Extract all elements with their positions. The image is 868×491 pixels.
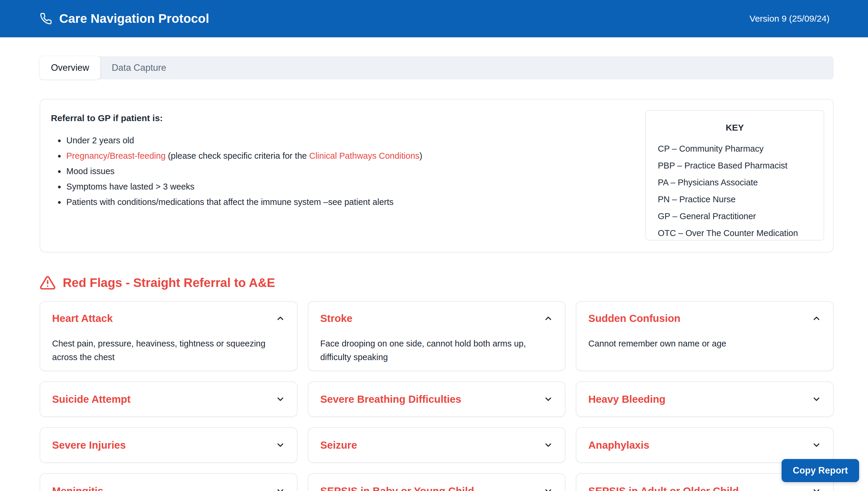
app-header: Care Navigation Protocol Version 9 (25/0…: [0, 0, 868, 37]
key-item: PA – Physicians Associate: [658, 174, 812, 191]
redflag-card-heavy-bleeding[interactable]: Heavy Bleeding: [576, 381, 834, 417]
version-label: Version 9 (25/09/24): [750, 13, 830, 24]
chevron-down-icon[interactable]: [276, 440, 285, 450]
bullet-text: (please check specific criteria for the: [166, 151, 309, 161]
referral-card: Referral to GP if patient is: Under 2 ye…: [40, 99, 834, 252]
red-flag-cards-grid: Heart Attack Chest pain, pressure, heavi…: [40, 301, 834, 491]
card-title: Heavy Bleeding: [588, 393, 665, 405]
phone-icon: [40, 12, 52, 25]
key-item: PBP – Practice Based Pharmacist: [658, 157, 812, 174]
chevron-up-icon[interactable]: [276, 314, 285, 323]
card-body: Cannot remember own name or age: [588, 337, 821, 350]
redflag-card-seizure[interactable]: Seizure: [308, 427, 566, 463]
redflag-card-sudden-confusion: Sudden Confusion Cannot remember own nam…: [576, 301, 834, 371]
card-title: Meningitis: [52, 485, 103, 491]
bullet-text: ): [419, 151, 422, 161]
red-flags-heading-text: Red Flags - Straight Referral to A&E: [63, 276, 275, 290]
bullet-text: Patients with conditions/medications tha…: [66, 197, 393, 207]
chevron-down-icon[interactable]: [812, 486, 821, 491]
warning-triangle-icon: [40, 275, 56, 291]
chevron-up-icon[interactable]: [812, 314, 821, 323]
tab-data-capture[interactable]: Data Capture: [100, 56, 177, 79]
bullet-text: Mood issues: [66, 167, 115, 176]
card-body: Chest pain, pressure, heaviness, tightne…: [52, 337, 285, 364]
tab-overview[interactable]: Overview: [40, 56, 100, 79]
card-title: Heart Attack: [52, 312, 113, 324]
chevron-down-icon[interactable]: [543, 486, 553, 491]
chevron-down-icon[interactable]: [812, 440, 821, 450]
chevron-down-icon[interactable]: [276, 395, 285, 404]
key-box: KEY CP – Community Pharmacy PBP – Practi…: [646, 110, 824, 240]
chevron-down-icon[interactable]: [812, 395, 821, 404]
card-toggle[interactable]: Heart Attack: [52, 312, 285, 324]
key-title: KEY: [658, 123, 812, 133]
card-body: Face drooping on one side, cannot hold b…: [320, 337, 553, 364]
redflag-card-stroke: Stroke Face drooping on one side, cannot…: [308, 301, 566, 371]
chevron-down-icon[interactable]: [543, 440, 553, 450]
bullet-text: Under 2 years old: [66, 136, 134, 145]
card-title: SEPSIS in Adult or Older Child: [588, 485, 739, 491]
card-title: SEPSIS in Baby or Young Child: [320, 485, 474, 491]
tab-bar: Overview Data Capture: [40, 56, 834, 79]
key-item: GP – General Practitioner: [658, 208, 812, 225]
chevron-down-icon[interactable]: [543, 395, 553, 404]
redflag-card-severe-breathing-difficulties[interactable]: Severe Breathing Difficulties: [308, 381, 566, 417]
copy-report-button[interactable]: Copy Report: [782, 459, 859, 482]
card-title: Severe Breathing Difficulties: [320, 393, 461, 405]
redflag-card-severe-injuries[interactable]: Severe Injuries: [40, 427, 298, 463]
key-items: CP – Community Pharmacy PBP – Practice B…: [658, 140, 812, 242]
redflag-card-anaphylaxis[interactable]: Anaphylaxis: [576, 427, 834, 463]
redflag-card-sepsis-baby-young-child[interactable]: SEPSIS in Baby or Young Child: [308, 473, 566, 491]
redflag-card-meningitis[interactable]: Meningitis: [40, 473, 298, 491]
key-item: CP – Community Pharmacy: [658, 140, 812, 157]
main-content: Overview Data Capture Referral to GP if …: [0, 56, 868, 491]
key-item: OTC – Over The Counter Medication: [658, 225, 812, 242]
card-toggle[interactable]: Stroke: [320, 312, 553, 324]
card-title: Suicide Attempt: [52, 393, 130, 405]
key-item: PN – Practice Nurse: [658, 191, 812, 208]
page-title: Care Navigation Protocol: [59, 11, 209, 26]
bullet-emphasis-text: Pregnancy/Breast-feeding: [66, 151, 166, 161]
red-flags-heading: Red Flags - Straight Referral to A&E: [40, 275, 834, 291]
card-title: Stroke: [320, 312, 353, 324]
bullet-text: Symptoms have lasted > 3 weeks: [66, 182, 194, 191]
card-title: Sudden Confusion: [588, 312, 680, 324]
redflag-card-heart-attack: Heart Attack Chest pain, pressure, heavi…: [40, 301, 298, 371]
card-title: Severe Injuries: [52, 439, 126, 451]
redflag-card-suicide-attempt[interactable]: Suicide Attempt: [40, 381, 298, 417]
card-title: Anaphylaxis: [588, 439, 649, 451]
card-title: Seizure: [320, 439, 357, 451]
chevron-up-icon[interactable]: [543, 314, 553, 323]
clinical-pathways-conditions-text: Clinical Pathways Conditions: [309, 151, 419, 161]
chevron-down-icon[interactable]: [276, 486, 285, 491]
card-toggle[interactable]: Sudden Confusion: [588, 312, 821, 324]
